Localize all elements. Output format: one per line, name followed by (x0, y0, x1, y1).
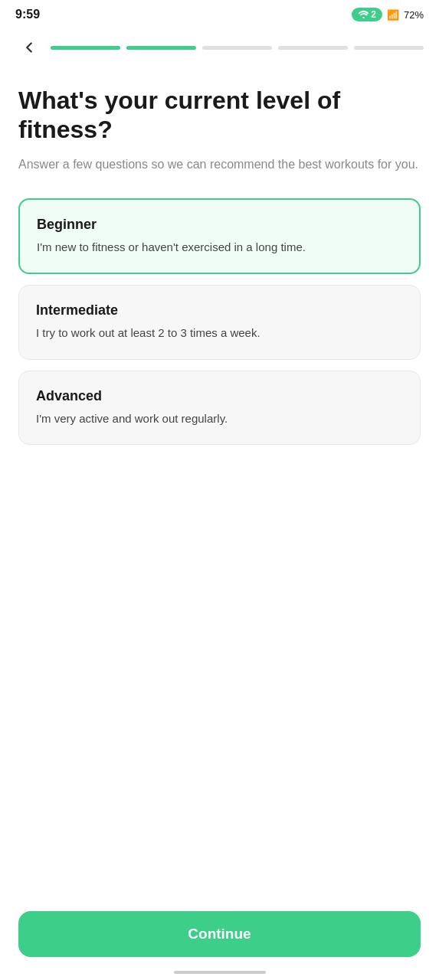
option-intermediate[interactable]: Intermediate I try to work out at least … (18, 285, 421, 360)
wifi-icon (358, 9, 369, 20)
back-button[interactable] (15, 34, 43, 61)
status-bar: 9:59 2 📶 72% (0, 0, 439, 28)
page-title: What's your current level of fitness? (18, 86, 421, 145)
option-advanced-description: I'm very active and work out regularly. (36, 410, 403, 428)
option-beginner[interactable]: Beginner I'm new to fitness or haven't e… (18, 198, 421, 275)
option-beginner-title: Beginner (37, 217, 402, 233)
option-intermediate-title: Intermediate (36, 302, 403, 318)
wifi-badge: 2 (352, 8, 382, 21)
main-content: What's your current level of fitness? An… (0, 70, 439, 980)
option-advanced-title: Advanced (36, 388, 403, 404)
option-advanced[interactable]: Advanced I'm very active and work out re… (18, 371, 421, 446)
page-subtitle: Answer a few questions so we can recomme… (18, 155, 421, 174)
progress-segment-4 (278, 46, 348, 50)
back-arrow-icon (21, 39, 38, 56)
signal-text: 📶 (387, 9, 399, 21)
continue-button[interactable]: Continue (18, 911, 421, 957)
progress-segment-5 (354, 46, 424, 50)
options-container: Beginner I'm new to fitness or haven't e… (18, 198, 421, 446)
progress-bar (51, 46, 424, 50)
status-time: 9:59 (15, 8, 40, 21)
wifi-count: 2 (371, 9, 376, 20)
nav-bar (0, 28, 439, 70)
progress-segment-1 (51, 46, 120, 50)
battery-text: 72% (404, 9, 424, 21)
status-icons: 2 📶 72% (352, 8, 424, 21)
svg-point-0 (363, 17, 365, 18)
option-beginner-description: I'm new to fitness or haven't exercised … (37, 239, 402, 256)
progress-segment-3 (202, 46, 272, 50)
continue-button-container: Continue (18, 911, 421, 957)
home-indicator (174, 971, 266, 974)
option-intermediate-description: I try to work out at least 2 to 3 times … (36, 325, 403, 342)
progress-segment-2 (126, 46, 196, 50)
